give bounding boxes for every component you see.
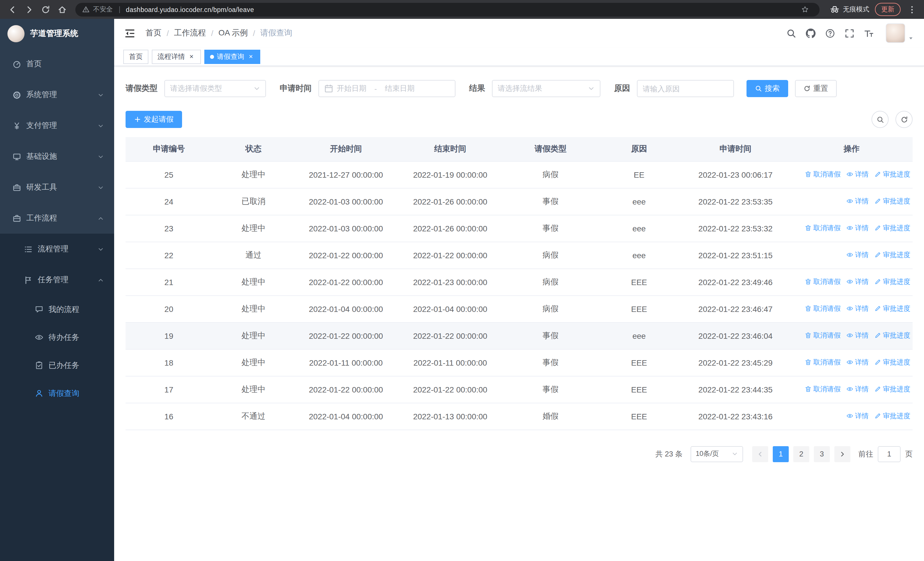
breadcrumb-item[interactable]: 工作流程: [174, 28, 206, 38]
avatar: [886, 23, 905, 43]
cancel-action-link[interactable]: 取消请假: [805, 385, 841, 394]
sidebar-item-支付管理[interactable]: 支付管理: [0, 110, 114, 141]
sidebar-item-系统管理[interactable]: 系统管理: [0, 80, 114, 110]
cell-id: 16: [126, 403, 212, 430]
sidebar-item-任务管理[interactable]: 任务管理: [0, 265, 114, 295]
action-label: 详情: [855, 358, 868, 367]
sidebar: 芋道管理系统 首页系统管理支付管理基础设施研发工具工作流程流程管理任务管理我的流…: [0, 19, 114, 561]
action-label: 取消请假: [813, 358, 841, 367]
cell-status: 不通过: [212, 403, 295, 430]
search-button[interactable]: [786, 28, 796, 38]
sidebar-item-研发工具[interactable]: 研发工具: [0, 172, 114, 203]
cancel-action-link[interactable]: 取消请假: [805, 304, 841, 314]
incognito-badge: 无痕模式: [830, 5, 869, 14]
sidebar-item-首页[interactable]: 首页: [0, 48, 114, 80]
sidebar-item-工作流程[interactable]: 工作流程: [0, 203, 114, 234]
refresh-table-button[interactable]: [896, 111, 913, 128]
reset-button[interactable]: 重置: [795, 80, 837, 97]
tab-close-icon[interactable]: ×: [247, 53, 255, 60]
create-leave-button[interactable]: 发起请假: [126, 111, 182, 128]
tab-首页[interactable]: 首页: [123, 50, 148, 64]
action-label: 审批进度: [883, 277, 910, 287]
apply-time-range-picker[interactable]: 开始日期 - 结束日期: [318, 80, 455, 97]
cancel-action-link[interactable]: 取消请假: [805, 223, 841, 233]
cell-end: 2022-01-04 00:00:00: [397, 295, 503, 322]
leave-type-select[interactable]: 请选择请假类型: [164, 80, 266, 97]
progress-action-link[interactable]: 审批进度: [874, 197, 910, 206]
browser-back-button[interactable]: [4, 2, 20, 17]
cancel-action-link[interactable]: 取消请假: [805, 277, 841, 287]
detail-action-link[interactable]: 详情: [846, 223, 868, 233]
action-label: 审批进度: [883, 197, 910, 206]
detail-action-link[interactable]: 详情: [846, 304, 868, 314]
github-button[interactable]: [806, 28, 816, 38]
next-page-button[interactable]: [834, 446, 850, 462]
detail-action-link[interactable]: 详情: [846, 197, 868, 206]
page-button-3[interactable]: 3: [814, 446, 830, 462]
detail-action-link[interactable]: 详情: [846, 331, 868, 340]
cancel-action-link[interactable]: 取消请假: [805, 358, 841, 367]
goto-page-input[interactable]: [878, 446, 901, 462]
action-label: 取消请假: [813, 170, 841, 179]
cancel-action-link[interactable]: 取消请假: [805, 170, 841, 179]
collapse-sidebar-button[interactable]: [124, 28, 135, 39]
tab-流程详情[interactable]: 流程详情×: [152, 50, 201, 64]
url-bar[interactable]: 不安全 dashboard.yudao.iocoder.cn/bpm/oa/le…: [75, 3, 819, 16]
cell-apply_time: 2022-01-23 00:06:17: [680, 161, 790, 188]
breadcrumb-item[interactable]: 首页: [146, 28, 162, 38]
browser-menu-button[interactable]: [904, 2, 920, 17]
sidebar-item-待办任务[interactable]: 待办任务: [0, 323, 114, 351]
prev-page-button[interactable]: [752, 446, 768, 462]
refresh-icon: [900, 116, 908, 123]
table-row: 18处理中2022-01-11 00:00:002022-01-11 00:00…: [126, 349, 913, 376]
browser-update-button[interactable]: 更新: [875, 3, 901, 16]
page-button-2[interactable]: 2: [793, 446, 809, 462]
detail-action-link[interactable]: 详情: [846, 358, 868, 367]
detail-action-link[interactable]: 详情: [846, 277, 868, 287]
sidebar-item-基础设施[interactable]: 基础设施: [0, 141, 114, 172]
progress-action-link[interactable]: 审批进度: [874, 277, 910, 287]
browser-home-button[interactable]: [54, 2, 70, 17]
progress-action-link[interactable]: 审批进度: [874, 250, 910, 260]
user-menu[interactable]: [886, 23, 914, 43]
sidebar-item-已办任务[interactable]: 已办任务: [0, 351, 114, 379]
breadcrumb-item[interactable]: OA 示例: [219, 28, 248, 38]
progress-action-link[interactable]: 审批进度: [874, 304, 910, 314]
cell-apply_time: 2022-01-22 23:53:35: [680, 188, 790, 215]
result-select[interactable]: 请选择流结果: [492, 80, 600, 97]
app-logo[interactable]: 芋道管理系统: [0, 19, 114, 48]
help-button[interactable]: [825, 28, 835, 38]
progress-action-link[interactable]: 审批进度: [874, 385, 910, 394]
progress-action-link[interactable]: 审批进度: [874, 170, 910, 179]
sidebar-item-流程管理[interactable]: 流程管理: [0, 234, 114, 265]
detail-action-link[interactable]: 详情: [846, 170, 868, 179]
detail-action-link[interactable]: 详情: [846, 250, 868, 260]
table-row: 20处理中2022-01-04 00:00:002022-01-04 00:00…: [126, 295, 913, 322]
bookmark-star-button[interactable]: [797, 2, 813, 17]
detail-action-link[interactable]: 详情: [846, 385, 868, 394]
cell-actions: 取消请假详情审批进度: [790, 349, 913, 376]
browser-forward-button[interactable]: [21, 2, 36, 17]
eye-icon: [846, 413, 853, 420]
sidebar-item-请假查询[interactable]: 请假查询: [0, 379, 114, 407]
sidebar-item-我的流程[interactable]: 我的流程: [0, 295, 114, 323]
progress-action-link[interactable]: 审批进度: [874, 331, 910, 340]
cancel-action-link[interactable]: 取消请假: [805, 331, 841, 340]
progress-action-link[interactable]: 审批进度: [874, 223, 910, 233]
tab-请假查询[interactable]: 请假查询×: [204, 50, 260, 64]
cell-actions: 取消请假详情审批进度: [790, 322, 913, 349]
fullscreen-button[interactable]: [844, 28, 854, 38]
font-size-button[interactable]: [864, 28, 874, 38]
detail-action-link[interactable]: 详情: [846, 411, 868, 421]
page-button-1[interactable]: 1: [773, 446, 789, 462]
cell-apply_time: 2022-01-22 23:44:35: [680, 376, 790, 403]
progress-action-link[interactable]: 审批进度: [874, 411, 910, 421]
tab-close-icon[interactable]: ×: [188, 53, 195, 60]
search-submit-button[interactable]: 搜索: [747, 80, 788, 97]
progress-action-link[interactable]: 审批进度: [874, 358, 910, 367]
toggle-search-button[interactable]: [872, 111, 889, 128]
browser-reload-button[interactable]: [38, 2, 53, 17]
reason-input[interactable]: [643, 84, 728, 93]
cell-start: 2022-01-03 00:00:00: [295, 215, 397, 242]
page-size-select[interactable]: 10条/页: [691, 446, 743, 462]
